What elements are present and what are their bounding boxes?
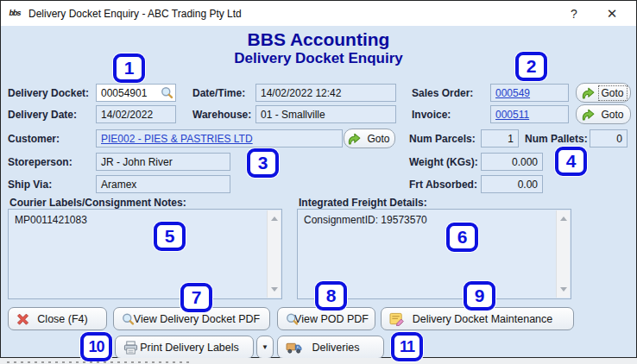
app-icon: bbs <box>8 9 22 17</box>
callout-9: 9 <box>464 281 495 311</box>
courier-labels-text: MP0011421083 <box>15 214 87 226</box>
dropdown-caret-icon: ▼ <box>257 343 273 351</box>
print-labels-dropdown-button[interactable]: ▼ <box>256 336 274 359</box>
background-cutoff-text <box>7 361 192 363</box>
callout-6: 6 <box>446 223 478 252</box>
callout-2: 2 <box>515 52 547 81</box>
courier-labels-heading: Courier Labels/Consignment Notes: <box>9 197 186 209</box>
scroll-down-icon[interactable] <box>271 287 278 292</box>
frt-absorbed-field: 0.00 <box>481 175 543 193</box>
weight-field: 0.000 <box>481 153 543 171</box>
invoice-link[interactable]: 000511 <box>495 109 529 121</box>
view-pod-pdf-button[interactable]: View POD PDF <box>277 307 375 330</box>
customer-field: PIE002 - PIES & PASTRIES LTD <box>96 129 343 147</box>
goto-arrow-icon <box>581 87 595 99</box>
view-delivery-docket-pdf-label: View Delivery Docket PDF <box>114 313 269 325</box>
deliveries-button[interactable]: Deliveries <box>277 336 384 359</box>
search-icon <box>286 312 299 325</box>
customer-goto-button[interactable]: Goto <box>344 129 395 148</box>
scroll-up-icon[interactable] <box>271 217 278 221</box>
callout-1: 1 <box>113 53 145 83</box>
num-pallets-field: 0 <box>590 129 628 147</box>
print-delivery-labels-button[interactable]: Print Delivery Labels <box>115 336 254 359</box>
num-parcels-field: 1 <box>481 129 519 147</box>
app-title: BBS Accounting <box>1 29 636 50</box>
sales-order-goto-button[interactable]: Goto <box>576 83 631 103</box>
sales-order-field: 000549 <box>490 84 569 102</box>
date-time-field: 14/02/2022 12:42 <box>255 84 396 102</box>
invoice-field: 000511 <box>490 105 569 123</box>
courier-labels-panel[interactable]: MP0011421083 <box>8 209 282 299</box>
frt-absorbed-label: Frt Absorbed: <box>409 179 477 191</box>
integrated-freight-scrollbar[interactable] <box>556 210 570 298</box>
deliveries-icon <box>286 341 302 354</box>
integrated-freight-heading: Integrated Freight Details: <box>299 197 427 209</box>
callout-10: 10 <box>80 332 112 361</box>
customer-label: Customer: <box>8 133 60 145</box>
courier-labels-scrollbar[interactable] <box>267 210 281 298</box>
goto-label: Goto <box>599 108 627 122</box>
sales-order-link[interactable]: 000549 <box>495 87 530 99</box>
customer-link[interactable]: PIE002 - PIES & PASTRIES LTD <box>101 133 253 145</box>
delivery-docket-maintenance-button[interactable]: Delivery Docket Maintenance <box>381 307 574 330</box>
delivery-date-field: 14/02/2022 <box>96 105 176 123</box>
search-icon[interactable] <box>161 86 175 99</box>
storeperson-field: JR - John River <box>96 153 230 171</box>
window-title: Delivery Docket Enquiry - ABC Trading Pt… <box>28 8 242 20</box>
delivery-docket-inputwrap <box>96 84 176 102</box>
warehouse-label: Warehouse: <box>192 109 251 121</box>
print-icon <box>123 341 138 355</box>
callout-7: 7 <box>180 283 212 312</box>
delivery-date-label: Delivery Date: <box>8 109 77 121</box>
num-parcels-label: Num Parcels: <box>409 133 476 145</box>
delivery-docket-maintenance-label: Delivery Docket Maintenance <box>382 313 573 325</box>
ship-via-field: Aramex <box>96 175 230 193</box>
date-time-label: Date/Time: <box>192 87 245 99</box>
delivery-docket-input[interactable] <box>97 87 161 99</box>
ship-via-label: Ship Via: <box>8 179 52 191</box>
scroll-down-icon[interactable] <box>560 287 567 292</box>
screen: bbs Delivery Docket Enquiry - ABC Tradin… <box>0 0 637 364</box>
scroll-up-icon[interactable] <box>560 217 567 221</box>
num-pallets-label: Num Pallets: <box>525 133 588 145</box>
weight-label: Weight (KGs): <box>409 156 478 168</box>
goto-arrow-icon <box>347 133 361 145</box>
delivery-docket-label: Delivery Docket: <box>8 87 89 99</box>
window-close-button[interactable]: ✕ <box>595 1 629 26</box>
sales-order-label: Sales Order: <box>412 87 473 99</box>
goto-label: Goto <box>365 132 393 146</box>
callout-5: 5 <box>154 222 186 251</box>
close-x-icon <box>16 313 29 325</box>
invoice-label: Invoice: <box>412 109 451 121</box>
maintenance-icon <box>389 312 405 326</box>
warehouse-field: 01 - Smallville <box>255 105 396 123</box>
close-button[interactable]: Close (F4) <box>8 307 107 330</box>
invoice-goto-button[interactable]: Goto <box>576 104 631 124</box>
callout-3: 3 <box>247 148 279 178</box>
titlebar: bbs Delivery Docket Enquiry - ABC Tradin… <box>1 1 636 26</box>
storeperson-label: Storeperson: <box>8 156 73 168</box>
help-button[interactable]: ? <box>557 1 591 26</box>
callout-8: 8 <box>315 281 347 311</box>
search-icon <box>122 312 135 325</box>
goto-arrow-icon <box>581 109 595 121</box>
integrated-freight-text: ConsignmentID: 19573570 <box>304 214 427 226</box>
callout-11: 11 <box>391 332 423 361</box>
goto-label: Goto <box>599 86 627 100</box>
callout-4: 4 <box>555 147 587 176</box>
